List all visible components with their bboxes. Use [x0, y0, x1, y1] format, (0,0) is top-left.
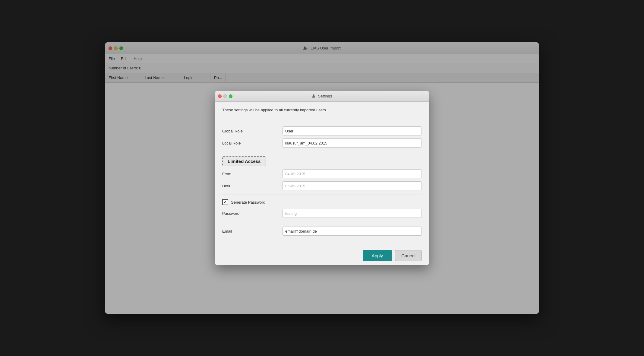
email-row: Email [222, 227, 422, 236]
password-row: Password [222, 209, 422, 218]
password-section: Generate Password Password [222, 195, 422, 222]
local-role-row: Local Role [222, 138, 422, 148]
from-row: From [222, 169, 422, 178]
email-label: Email [222, 229, 283, 234]
cancel-button[interactable]: Cancel [395, 250, 422, 261]
dialog-body: These settings will be applied to all cu… [215, 102, 429, 246]
settings-dialog: Settings These settings will be applied … [215, 91, 429, 265]
from-label: From [222, 172, 283, 176]
dialog-close-button[interactable] [218, 94, 222, 98]
password-input[interactable] [283, 209, 422, 218]
dialog-settings-icon [312, 94, 316, 98]
dialog-window-controls [218, 94, 232, 98]
dialog-title-bar: Settings [215, 91, 429, 102]
generate-password-label: Generate Password [231, 200, 265, 205]
dialog-title: Settings [312, 94, 332, 98]
limited-access-section: Limited Access From Until [222, 152, 422, 195]
generate-password-checkbox[interactable] [222, 199, 228, 205]
email-input[interactable] [283, 227, 422, 236]
dialog-minimize-button [223, 94, 227, 98]
apply-button[interactable]: Apply [363, 250, 392, 261]
limited-access-button[interactable]: Limited Access [222, 156, 266, 166]
dialog-maximize-button[interactable] [229, 94, 232, 98]
global-role-label: Global Role [222, 129, 283, 133]
global-role-row: Global Role [222, 126, 422, 135]
global-role-input[interactable] [283, 126, 422, 135]
from-input[interactable] [283, 169, 422, 178]
until-row: Until [222, 181, 422, 190]
roles-section: Global Role Local Role [222, 122, 422, 152]
modal-overlay: Settings These settings will be applied … [105, 42, 539, 314]
dialog-footer: Apply Cancel [215, 246, 429, 265]
app-window: ILIAS User Import File Edit Help number … [105, 42, 539, 314]
generate-password-row: Generate Password [222, 199, 422, 205]
password-label: Password [222, 211, 283, 216]
dialog-description: These settings will be applied to all cu… [222, 108, 422, 117]
email-section: Email [222, 222, 422, 240]
local-role-input[interactable] [283, 138, 422, 148]
until-input[interactable] [283, 181, 422, 190]
until-label: Until [222, 184, 283, 188]
svg-point-3 [313, 94, 314, 96]
local-role-label: Local Role [222, 141, 283, 145]
